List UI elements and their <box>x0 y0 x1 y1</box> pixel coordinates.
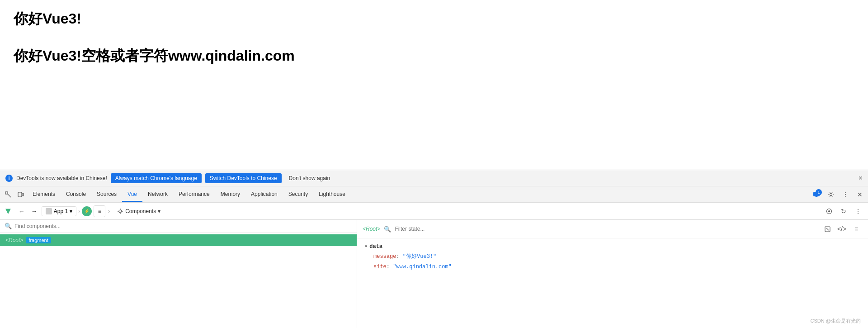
switch-to-chinese-button[interactable]: Switch DevTools to Chinese <box>205 173 282 183</box>
tree-view-button[interactable]: ≡ <box>94 205 105 217</box>
tab-elements[interactable]: Elements <box>27 187 61 202</box>
copy-state-button[interactable]: </> <box>835 223 848 235</box>
svg-point-6 <box>830 193 832 195</box>
devtools-toolbar-icons: 1 ⋮ ✕ <box>810 188 866 201</box>
back-button[interactable]: ← <box>16 206 27 217</box>
app-selector-arrow: ▾ <box>70 208 72 214</box>
device-toolbar-button[interactable] <box>14 188 27 201</box>
state-root-tag: <Root> <box>363 226 380 232</box>
lang-notification-text: DevTools is now available in Chinese! <box>16 175 107 181</box>
settings-icon <box>828 191 834 198</box>
info-icon: i <box>5 175 13 182</box>
root-tag-label: <Root> <box>5 237 23 243</box>
root-tree-item[interactable]: <Root> fragment <box>0 234 357 246</box>
filter-icon: 🔍 <box>384 226 391 233</box>
prop-value: "www.qindalin.com" <box>393 264 452 270</box>
svg-point-13 <box>828 210 830 212</box>
tree-arrow: › <box>108 208 110 214</box>
svg-marker-5 <box>815 196 818 197</box>
lang-bar-close-button[interactable]: × <box>859 174 863 182</box>
svg-point-7 <box>119 210 122 213</box>
scroll-to-component-button[interactable] <box>823 205 835 218</box>
prop-key: message <box>373 253 396 260</box>
app-selector-label: App 1 <box>54 208 68 214</box>
prop-value: "你好Vue3!" <box>403 253 436 260</box>
tab-sources[interactable]: Sources <box>91 187 122 202</box>
svg-line-15 <box>826 228 829 230</box>
app-icon <box>46 208 52 214</box>
scroll-icon <box>826 208 832 214</box>
app-selector[interactable]: App 1 ▾ <box>42 206 76 216</box>
tab-lighthouse[interactable]: Lighthouse <box>313 187 351 202</box>
state-header-icons: </> ≡ <box>821 223 863 235</box>
filter-state-input[interactable] <box>395 226 817 232</box>
prop-site: site: "www.qindalin.com" <box>373 263 861 271</box>
search-input[interactable] <box>14 223 352 229</box>
tab-application[interactable]: Application <box>245 187 283 202</box>
scroll-to-component-right-button[interactable] <box>821 223 834 235</box>
components-label: Components <box>125 208 156 214</box>
main-content: 你好Vue3! 你好Vue3!空格或者字符www.qindalin.com <box>0 0 868 172</box>
expand-state-button[interactable]: ≡ <box>850 223 863 235</box>
always-match-language-button[interactable]: Always match Chrome's language <box>111 173 202 183</box>
lang-notification-bar: i DevTools is now available in Chinese! … <box>0 170 868 186</box>
section-arrow: ▾ <box>364 243 368 250</box>
device-icon <box>18 191 24 198</box>
svg-rect-2 <box>18 192 22 197</box>
state-inspector-panel: <Root> 🔍 </> ≡ ▾ data <box>357 220 868 328</box>
devtools-tabs-bar: ElementsConsoleSourcesVueNetworkPerforma… <box>0 186 868 203</box>
svg-line-1 <box>8 194 11 197</box>
components-icon <box>117 208 123 214</box>
section-label: data <box>369 243 382 250</box>
svg-rect-3 <box>22 193 24 196</box>
tab-console[interactable]: Console <box>61 187 91 202</box>
components-button[interactable]: Components ▾ <box>113 207 165 216</box>
heading2: 你好Vue3!空格或者字符www.qindalin.com <box>14 46 854 66</box>
tab-vue[interactable]: Vue <box>122 187 142 202</box>
active-component-indicator: ⚡ <box>82 206 92 216</box>
target-icon <box>825 226 830 232</box>
inspect-icon <box>5 191 11 198</box>
components-dropdown-arrow: ▾ <box>158 208 160 214</box>
tab-network[interactable]: Network <box>142 187 173 202</box>
refresh-button[interactable]: ↻ <box>837 205 850 218</box>
component-tree-panel: 🔍 <Root> fragment <box>0 220 357 328</box>
prop-message: message: "你好Vue3!" <box>373 252 861 261</box>
prop-key: site <box>373 264 387 270</box>
close-devtools-button[interactable]: ✕ <box>854 188 866 201</box>
component-tree: <Root> fragment <box>0 233 357 328</box>
vue-logo: ▼ <box>4 206 13 216</box>
tab-memory[interactable]: Memory <box>215 187 245 202</box>
vue-toolbar: ▼ ← → App 1 ▾ › ⚡ ≡ › Components ▾ <box>0 203 868 220</box>
state-content: ▾ data message: "你好Vue3!"site: "www.qind… <box>357 238 868 278</box>
devtools-panel: i DevTools is now available in Chinese! … <box>0 170 868 328</box>
vue-more-button[interactable]: ⋮ <box>852 205 864 218</box>
component-search-bar: 🔍 <box>0 220 357 233</box>
dont-show-again-button[interactable]: Don't show again <box>285 173 334 183</box>
watermark: CSDN @生命是有光的 <box>811 318 861 324</box>
svg-rect-0 <box>5 192 8 194</box>
messages-button[interactable]: 1 <box>810 188 823 201</box>
settings-button[interactable] <box>825 188 837 201</box>
state-header: <Root> 🔍 </> ≡ <box>357 220 868 238</box>
split-area: 🔍 <Root> fragment <Root> 🔍 <box>0 220 868 328</box>
vue-toolbar-right: ↻ ⋮ <box>823 205 864 218</box>
more-options-button[interactable]: ⋮ <box>839 188 852 201</box>
search-icon: 🔍 <box>5 223 12 229</box>
tab-security[interactable]: Security <box>283 187 313 202</box>
heading1: 你好Vue3! <box>14 9 854 29</box>
message-badge: 1 <box>816 189 822 195</box>
tabs-list: ElementsConsoleSourcesVueNetworkPerforma… <box>27 187 351 202</box>
breadcrumb-separator: › <box>78 208 80 214</box>
inspect-element-button[interactable] <box>2 188 14 201</box>
state-section-data: ▾ data <box>364 243 861 250</box>
props-list: message: "你好Vue3!"site: "www.qindalin.co… <box>364 252 861 271</box>
tab-performance[interactable]: Performance <box>173 187 215 202</box>
forward-button[interactable]: → <box>29 206 40 217</box>
fragment-tag-label: fragment <box>26 237 51 243</box>
